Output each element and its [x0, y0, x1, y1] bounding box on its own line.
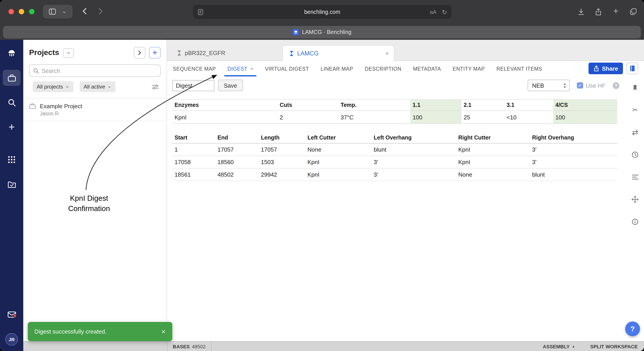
inbox-icon[interactable]	[0, 305, 23, 323]
cell: 17057	[259, 144, 305, 156]
back-button[interactable]	[80, 7, 90, 16]
digest-toolbar: Save NEB ✓ Use HF ?	[167, 76, 644, 94]
tab-entity-map[interactable]: ENTITY MAP	[447, 61, 491, 76]
cell: KpnI	[172, 111, 278, 124]
scissors-icon[interactable]: ✂	[630, 105, 640, 115]
tab-virtual-digest[interactable]: VIRTUAL DIGEST	[259, 61, 314, 76]
bases-count: BASES 48502	[167, 342, 212, 351]
history-clock-icon[interactable]	[630, 150, 640, 160]
align-list-icon[interactable]	[630, 172, 640, 182]
cell: 48502	[215, 169, 259, 181]
cell: 100	[553, 111, 617, 124]
minimize-window-button[interactable]	[19, 9, 24, 14]
document-tab-bar: pBR322_EGFR LAMCG ×	[167, 40, 644, 61]
close-toast-icon[interactable]: ×	[161, 328, 166, 336]
help-button[interactable]: ?	[625, 322, 640, 336]
filter-all-projects[interactable]: All projects⌄	[33, 81, 74, 92]
projects-dropdown-button[interactable]: ⌄	[63, 48, 74, 57]
window-controls	[8, 9, 34, 14]
page-icon	[198, 9, 203, 15]
split-workspace-button[interactable]: SPLIT WORKSPACE	[590, 344, 638, 349]
folder-check-icon[interactable]	[0, 175, 23, 193]
triangle-up-icon: ▲	[572, 345, 575, 348]
tab-metadata[interactable]: METADATA	[407, 61, 447, 76]
safari-window: ⌄ benchling.com aA ↻ +	[0, 0, 644, 351]
use-hf-control[interactable]: ✓ Use HF	[577, 82, 606, 89]
assembly-toggle[interactable]: ASSEMBLY ▲	[543, 344, 575, 349]
cell: None	[305, 144, 372, 156]
bookmark-icon[interactable]	[630, 83, 640, 92]
tab-digest[interactable]: DIGEST ×	[222, 61, 259, 76]
cell: 25	[462, 111, 504, 124]
tab-linear-map[interactable]: LINEAR MAP	[315, 61, 359, 76]
digest-name-input[interactable]	[172, 80, 214, 91]
chevron-down-icon[interactable]: ⌄	[62, 7, 67, 14]
cell: blunt	[530, 169, 617, 181]
browser-tab[interactable]: LAMCG · Benchling	[3, 26, 641, 38]
header-cell: Cuts	[278, 99, 338, 111]
filter-settings-icon[interactable]	[152, 84, 159, 90]
search-input[interactable]	[42, 67, 157, 74]
projects-rail-icon[interactable]	[0, 69, 23, 87]
search-rail-icon[interactable]	[0, 93, 23, 111]
cell: KpnI	[305, 169, 372, 181]
benchling-logo-icon[interactable]	[0, 44, 23, 62]
project-icon	[29, 103, 36, 109]
search-icon	[33, 68, 39, 73]
address-bar[interactable]: benchling.com aA ↻	[193, 5, 452, 19]
zoom-window-button[interactable]	[29, 9, 34, 14]
chevron-down-icon: ⌄	[108, 83, 112, 89]
filter-all-active[interactable]: All active⌄	[80, 81, 116, 92]
move-icon[interactable]	[630, 195, 640, 204]
table-row[interactable]: KpnI 2 37°C 100 25 <10 100	[172, 111, 617, 124]
close-tab-icon[interactable]: ×	[385, 50, 389, 57]
fragment-table-header: Start End Length Left Cutter Left Overha…	[172, 132, 617, 144]
create-rail-icon[interactable]: +	[0, 118, 23, 136]
table-row[interactable]: 18561 48502 29942 KpnI 3' None blunt	[172, 169, 617, 181]
table-row[interactable]: 1 17057 17057 None blunt KpnI 3'	[172, 144, 617, 156]
downloads-icon[interactable]	[576, 7, 586, 16]
tab-description[interactable]: DESCRIPTION	[359, 61, 407, 76]
swap-arrows-icon[interactable]: ⇄	[630, 127, 640, 137]
toast-message: Digest successfully created.	[34, 328, 106, 335]
document-tab-pbr322[interactable]: pBR322_EGFR	[167, 45, 282, 60]
reload-icon[interactable]: ↻	[442, 8, 447, 15]
document-tab-lamcg[interactable]: LAMCG ×	[282, 45, 394, 61]
enzyme-set-select[interactable]: NEB	[528, 80, 570, 91]
cell: 3'	[530, 144, 617, 156]
hourglass-icon	[177, 50, 182, 56]
forward-button[interactable]	[96, 7, 105, 16]
cell: KpnI	[456, 144, 530, 156]
notebook-button[interactable]	[626, 63, 638, 74]
collapse-panel-button[interactable]	[134, 47, 146, 58]
cell: 1503	[259, 156, 305, 169]
translate-icon[interactable]: aA	[430, 9, 436, 15]
header-cell: Right Overhang	[530, 132, 617, 144]
save-button[interactable]: Save	[218, 80, 243, 91]
share-icon[interactable]	[594, 7, 603, 16]
url-text: benchling.com	[304, 9, 340, 15]
close-window-button[interactable]	[8, 9, 14, 14]
cell: 3'	[372, 156, 456, 169]
projects-search[interactable]	[29, 64, 161, 77]
new-tab-icon[interactable]: +	[611, 6, 621, 16]
project-list-item[interactable]: Example Project Jason R	[23, 98, 166, 121]
close-digest-tab-icon[interactable]: ×	[250, 65, 254, 72]
tab-sequence-map[interactable]: SEQUENCE MAP	[167, 61, 222, 76]
help-tooltip-icon[interactable]: ?	[613, 82, 620, 89]
info-icon[interactable]	[630, 217, 640, 227]
cell: 18560	[215, 156, 259, 169]
use-hf-checkbox[interactable]: ✓	[577, 82, 583, 88]
tab-relevant-items[interactable]: RELEVANT ITEMS	[490, 61, 548, 76]
share-button[interactable]: Share	[588, 63, 623, 74]
enzyme-table-header: Enzymes Cuts Temp. 1.1 2.1 3.1 4/CS	[172, 99, 617, 111]
table-row[interactable]: 17058 18560 1503 KpnI 3' KpnI 3'	[172, 156, 617, 169]
apps-grid-icon[interactable]	[0, 151, 23, 169]
header-cell: Right Cutter	[456, 132, 530, 144]
user-avatar[interactable]: JR	[0, 331, 23, 348]
cell: None	[456, 169, 530, 181]
sidebar-toggle-group[interactable]: ⌄	[43, 5, 72, 18]
cell: KpnI	[456, 156, 530, 169]
new-project-button[interactable]: +	[149, 47, 161, 58]
tab-overview-icon[interactable]	[628, 7, 638, 16]
